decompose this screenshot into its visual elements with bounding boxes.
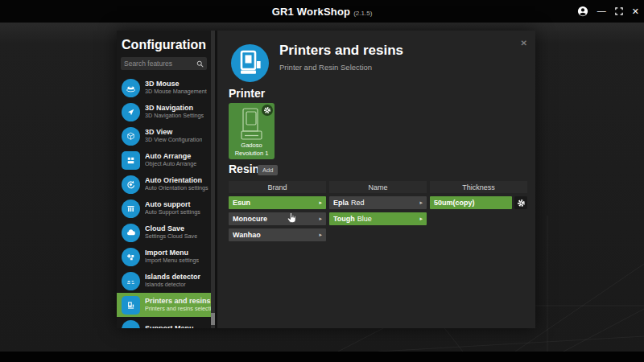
brand-column: Brand Esun ▸ Monocure ▸ Wanhao ▸ [229, 181, 326, 245]
printer-card-label: Gadoso Revolution 1 [229, 142, 275, 158]
title-bar: GR1 WorkShop (2.1.5) — ✕ [0, 0, 644, 23]
brand-cell-monocure[interactable]: Monocure ▸ [229, 212, 326, 225]
chevron-right-icon: ▸ [419, 200, 423, 206]
3d-navigation-icon [122, 103, 140, 121]
import-menu-icon [122, 248, 140, 266]
add-resin-button[interactable]: Add [258, 165, 278, 175]
sidebar-item-printers-and-resins[interactable]: Printers and resins Printers and resins … [117, 293, 211, 317]
magnifier-icon [196, 56, 204, 71]
app-title: GR1 WorkShop [272, 6, 351, 18]
search-box[interactable] [121, 57, 207, 70]
account-icon[interactable] [577, 6, 588, 17]
app-window: GR1 WorkShop (2.1.5) — ✕ [0, 0, 644, 362]
resin-table: Brand Esun ▸ Monocure ▸ Wanhao ▸ [229, 181, 527, 245]
sidebar-scrollbar[interactable] [211, 31, 215, 328]
scrollbar-thumb[interactable] [211, 313, 215, 325]
app-version: (2.1.5) [353, 10, 372, 17]
printers-resins-icon [122, 296, 140, 315]
bottom-letterbox-bar [0, 352, 644, 362]
3d-mouse-icon [122, 79, 140, 97]
chevron-right-icon: ▸ [319, 232, 322, 238]
sidebar-item-cloud-save[interactable]: Cloud Save Settings Cloud Save [117, 220, 211, 245]
chevron-right-icon: ▸ [319, 200, 322, 206]
workspace-background: Configuration [0, 23, 644, 352]
support-menu-icon [122, 320, 140, 329]
name-column: Name EplaRed ▸ ToughBlue ▸ [329, 181, 427, 245]
sidebar-item-auto-support[interactable]: Auto support Auto Support settings [117, 196, 211, 220]
name-column-header: Name [329, 181, 427, 193]
sidebar-nav-list: 3D Mouse 3D Mouse Management 3D Navigati… [117, 76, 211, 328]
maximize-icon[interactable] [615, 7, 623, 15]
islands-detector-icon [122, 272, 140, 290]
dialog-close-icon[interactable]: ✕ [521, 39, 527, 47]
minimize-button[interactable]: — [597, 6, 606, 15]
resin-section-heading: Resin [229, 162, 259, 175]
printer-settings-gear-icon[interactable] [262, 105, 273, 116]
app-title-group: GR1 WorkShop (2.1.5) [272, 6, 373, 18]
panel-title: Printers and resins [279, 43, 403, 59]
sidebar-item-auto-orientation[interactable]: Auto Orientation Auto Orientation settin… [117, 172, 211, 196]
close-button[interactable]: ✕ [632, 7, 639, 16]
3d-view-icon [122, 127, 140, 146]
sidebar-item-islands-detector[interactable]: Islands detector Islands detector [117, 269, 211, 293]
sidebar-item-import-menu[interactable]: Import Menu Import Menu settings [117, 245, 211, 269]
sidebar-title: Configuration [117, 38, 211, 52]
cloud-save-icon [122, 224, 140, 242]
configuration-sidebar: Configuration [117, 31, 211, 328]
sidebar-item-3d-mouse[interactable]: 3D Mouse 3D Mouse Management [117, 76, 211, 100]
printers-resins-panel: ✕ Printers and resins Printer and Resin … [217, 31, 535, 328]
panel-subtitle: Printer and Resin Selection [279, 63, 372, 72]
thickness-column: Thickness 50um(copy) [430, 181, 527, 245]
printer-header-icon [231, 44, 269, 82]
brand-column-header: Brand [229, 181, 326, 193]
auto-support-icon [122, 200, 140, 218]
search-input[interactable] [124, 60, 196, 68]
chevron-right-icon: ▸ [419, 216, 423, 222]
sidebar-item-auto-arrange[interactable]: Auto Arrange Object Auto Arrange [117, 148, 211, 172]
printer-card[interactable]: Gadoso Revolution 1 [229, 103, 275, 159]
auto-arrange-icon [122, 151, 140, 170]
brand-cell-esun[interactable]: Esun ▸ [229, 196, 326, 209]
brand-cell-wanhao[interactable]: Wanhao ▸ [229, 228, 326, 241]
name-cell-epla-red[interactable]: EplaRed ▸ [329, 196, 427, 209]
thickness-column-header: Thickness [430, 181, 527, 193]
sidebar-item-3d-view[interactable]: 3D View 3D View Configuration [117, 124, 211, 148]
chevron-right-icon: ▸ [319, 216, 322, 222]
printer-section-heading: Printer [229, 87, 265, 100]
sidebar-item-support-menu[interactable]: Support Menu [117, 317, 211, 328]
window-controls: — ✕ [577, 0, 639, 23]
thickness-settings-gear-icon[interactable] [514, 196, 527, 209]
auto-orientation-icon [122, 175, 140, 194]
thickness-cell-50um[interactable]: 50um(copy) [430, 196, 512, 209]
configuration-dialog: Configuration [117, 31, 535, 328]
name-cell-tough-blue[interactable]: ToughBlue ▸ [329, 212, 427, 225]
sidebar-item-3d-navigation[interactable]: 3D Navigation 3D Navigation Settings [117, 100, 211, 124]
sidebar-item-sublabel: 3D Mouse Management [145, 88, 207, 96]
